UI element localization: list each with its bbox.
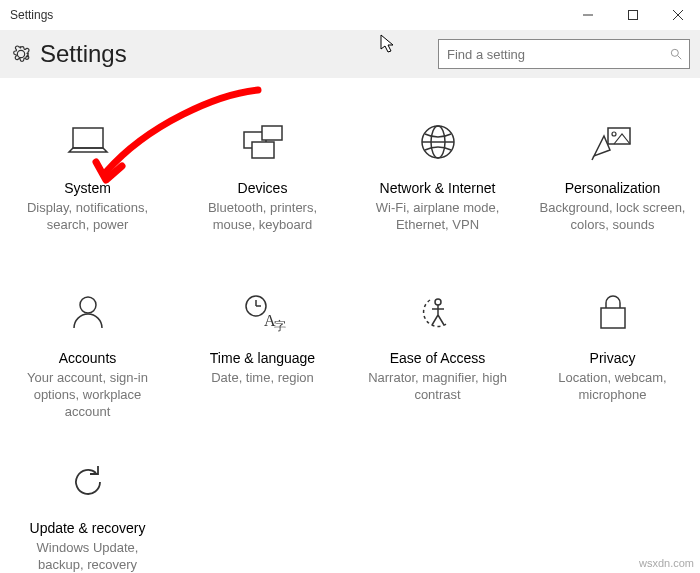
window-title: Settings [0, 8, 565, 22]
svg-rect-9 [252, 142, 274, 158]
minimize-icon [583, 10, 593, 20]
person-icon [68, 288, 108, 336]
search-box[interactable] [438, 39, 690, 69]
ease-of-access-icon [418, 288, 458, 336]
tile-title: Ease of Access [390, 350, 486, 366]
close-icon [673, 10, 683, 20]
tile-network[interactable]: Network & Internet Wi-Fi, airplane mode,… [350, 108, 525, 278]
svg-point-16 [80, 297, 96, 313]
svg-point-22 [435, 299, 441, 305]
tile-title: Devices [238, 180, 288, 196]
tile-accounts[interactable]: Accounts Your account, sign-in options, … [0, 278, 175, 448]
header: Settings [0, 30, 700, 78]
devices-icon [240, 118, 286, 166]
tile-title: Privacy [590, 350, 636, 366]
tile-desc: Display, notifications, search, power [12, 200, 163, 234]
svg-line-15 [592, 156, 594, 160]
laptop-icon [63, 118, 113, 166]
search-input[interactable] [439, 47, 663, 62]
tile-title: System [64, 180, 111, 196]
tile-desc: Wi-Fi, airplane mode, Ethernet, VPN [362, 200, 513, 234]
minimize-button[interactable] [565, 0, 610, 30]
update-icon [68, 458, 108, 506]
tile-desc: Your account, sign-in options, workplace… [12, 370, 163, 421]
svg-rect-8 [262, 126, 282, 140]
tile-ease-of-access[interactable]: Ease of Access Narrator, magnifier, high… [350, 278, 525, 448]
tile-title: Network & Internet [380, 180, 496, 196]
tile-title: Time & language [210, 350, 315, 366]
maximize-icon [628, 10, 638, 20]
window-controls [565, 0, 700, 30]
tile-desc: Bluetooth, printers, mouse, keyboard [187, 200, 338, 234]
tile-update-recovery[interactable]: Update & recovery Windows Update, backup… [0, 448, 175, 573]
tile-desc: Windows Update, backup, recovery [12, 540, 163, 573]
tile-system[interactable]: System Display, notifications, search, p… [0, 108, 175, 278]
maximize-button[interactable] [610, 0, 655, 30]
tile-desc: Narrator, magnifier, high contrast [362, 370, 513, 404]
tile-privacy[interactable]: Privacy Location, webcam, microphone [525, 278, 700, 448]
watermark: wsxdn.com [639, 557, 694, 569]
tile-title: Personalization [565, 180, 661, 196]
tile-desc: Location, webcam, microphone [537, 370, 688, 404]
svg-rect-1 [628, 11, 637, 20]
svg-text:字: 字 [274, 319, 286, 332]
svg-line-5 [678, 56, 682, 60]
gear-icon [10, 43, 32, 65]
tile-title: Accounts [59, 350, 117, 366]
tile-title: Update & recovery [30, 520, 146, 536]
svg-rect-13 [608, 128, 630, 144]
personalization-icon [590, 118, 636, 166]
time-language-icon: A字 [240, 288, 286, 336]
svg-point-4 [671, 49, 678, 56]
search-icon [663, 47, 689, 61]
svg-point-14 [612, 132, 616, 136]
page-title: Settings [40, 40, 438, 68]
tile-desc: Background, lock screen, colors, sounds [537, 200, 688, 234]
titlebar: Settings [0, 0, 700, 30]
tile-time-language[interactable]: A字 Time & language Date, time, region [175, 278, 350, 448]
svg-rect-6 [73, 128, 103, 148]
lock-icon [595, 288, 631, 336]
tile-personalization[interactable]: Personalization Background, lock screen,… [525, 108, 700, 278]
tile-devices[interactable]: Devices Bluetooth, printers, mouse, keyb… [175, 108, 350, 278]
svg-rect-23 [601, 308, 625, 328]
globe-icon [418, 118, 458, 166]
close-button[interactable] [655, 0, 700, 30]
tile-desc: Date, time, region [211, 370, 314, 387]
settings-grid: System Display, notifications, search, p… [0, 78, 700, 573]
